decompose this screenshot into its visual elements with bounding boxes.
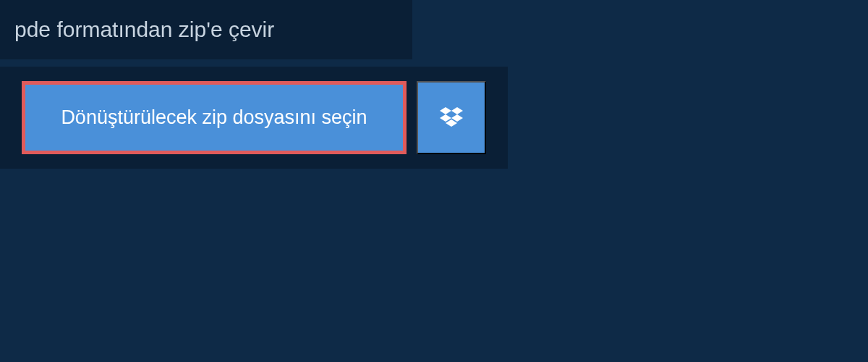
dropbox-icon [440, 107, 463, 129]
file-select-panel: Dönüştürülecek zip dosyasını seçin [0, 67, 508, 169]
select-file-label: Dönüştürülecek zip dosyasını seçin [61, 106, 367, 129]
select-file-button[interactable]: Dönüştürülecek zip dosyasını seçin [22, 81, 407, 154]
page-title: pde formatından zip'e çevir [14, 17, 398, 42]
header-bar: pde formatından zip'e çevir [0, 0, 412, 59]
dropbox-button[interactable] [417, 81, 486, 154]
